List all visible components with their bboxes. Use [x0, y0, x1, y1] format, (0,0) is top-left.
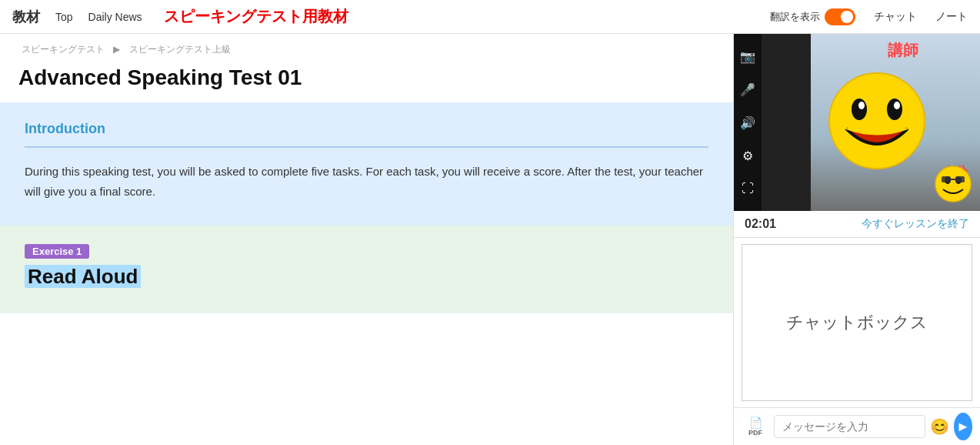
- svg-point-3: [858, 102, 865, 109]
- send-button[interactable]: ►: [954, 413, 972, 440]
- teacher-avatar: [827, 71, 927, 174]
- nav-daily-news[interactable]: Daily News: [88, 11, 142, 23]
- video-camera-icon[interactable]: 📷: [740, 49, 755, 64]
- main-layout: スピーキングテスト ▶ スピーキングテスト上級 Advanced Speakin…: [0, 34, 980, 445]
- volume-icon[interactable]: 🔊: [740, 115, 755, 130]
- settings-icon[interactable]: ⚙: [742, 149, 753, 163]
- video-area: 📷 🎤 🔊 ⚙ ⛶ 講師: [734, 34, 980, 211]
- breadcrumb-arrow: ▶: [113, 44, 120, 55]
- svg-point-0: [829, 73, 925, 169]
- intro-body: During this speaking test, you will be a…: [25, 162, 708, 201]
- emoji-button[interactable]: 😊: [930, 414, 949, 439]
- nav-right: 翻訳を表示 チャット ノート: [770, 8, 968, 25]
- nav-title-red: スピーキングテスト用教材: [164, 6, 348, 27]
- microphone-icon[interactable]: 🎤: [740, 82, 755, 97]
- session-bar: 02:01 今すぐレッスンを終了: [734, 211, 980, 238]
- pdf-icon: 📄: [749, 417, 762, 429]
- translation-toggle[interactable]: 翻訳を表示: [770, 8, 855, 25]
- nav-logo: 教材: [12, 8, 40, 26]
- breadcrumb-part1: スピーキングテスト: [22, 44, 105, 55]
- svg-point-2: [887, 99, 902, 120]
- nav-top[interactable]: Top: [55, 11, 73, 23]
- top-nav: 教材 Top Daily News スピーキングテスト用教材 翻訳を表示 チャッ…: [0, 0, 980, 34]
- chat-placeholder-text: チャットボックス: [786, 311, 928, 334]
- end-lesson-button[interactable]: 今すぐレッスンを終了: [862, 217, 969, 231]
- video-controls: 📷 🎤 🔊 ⚙ ⛶: [734, 34, 762, 211]
- breadcrumb: スピーキングテスト ▶ スピーキングテスト上級: [18, 43, 715, 56]
- svg-point-4: [894, 102, 900, 109]
- svg-point-5: [935, 166, 971, 202]
- page-title: Advanced Speaking Test 01: [0, 62, 733, 102]
- nav-chat-button[interactable]: チャット: [874, 10, 917, 24]
- svg-rect-8: [942, 176, 951, 182]
- self-avatar: [934, 165, 972, 203]
- translation-label: 翻訳を表示: [770, 10, 820, 24]
- nav-note-button[interactable]: ノート: [935, 10, 968, 24]
- svg-point-1: [852, 99, 867, 120]
- exercise-section: Exercise 1 Read Aloud: [0, 226, 733, 313]
- chat-box: チャットボックス: [742, 244, 972, 401]
- breadcrumb-area: スピーキングテスト ▶ スピーキングテスト上級: [0, 34, 733, 62]
- attachment-button[interactable]: 📄 PDF: [742, 413, 769, 440]
- session-timer: 02:01: [745, 217, 776, 231]
- exercise-title: Read Aloud: [25, 265, 141, 288]
- message-input-bar: 📄 PDF 😊 ►: [734, 407, 980, 445]
- pdf-label: PDF: [748, 429, 762, 437]
- intro-heading: Introduction: [25, 121, 708, 137]
- left-panel: スピーキングテスト ▶ スピーキングテスト上級 Advanced Speakin…: [0, 34, 734, 445]
- breadcrumb-part2: スピーキングテスト上級: [129, 44, 231, 55]
- exercise-badge: Exercise 1: [25, 244, 89, 259]
- svg-rect-9: [955, 176, 965, 182]
- right-panel: 📷 🎤 🔊 ⚙ ⛶ 講師: [734, 34, 980, 445]
- teacher-label: 講師: [888, 40, 918, 61]
- fullscreen-icon[interactable]: ⛶: [742, 182, 754, 196]
- toggle-switch[interactable]: [825, 8, 855, 25]
- message-input[interactable]: [774, 415, 925, 438]
- intro-section: Introduction During this speaking test, …: [0, 102, 733, 226]
- intro-divider: [25, 146, 708, 148]
